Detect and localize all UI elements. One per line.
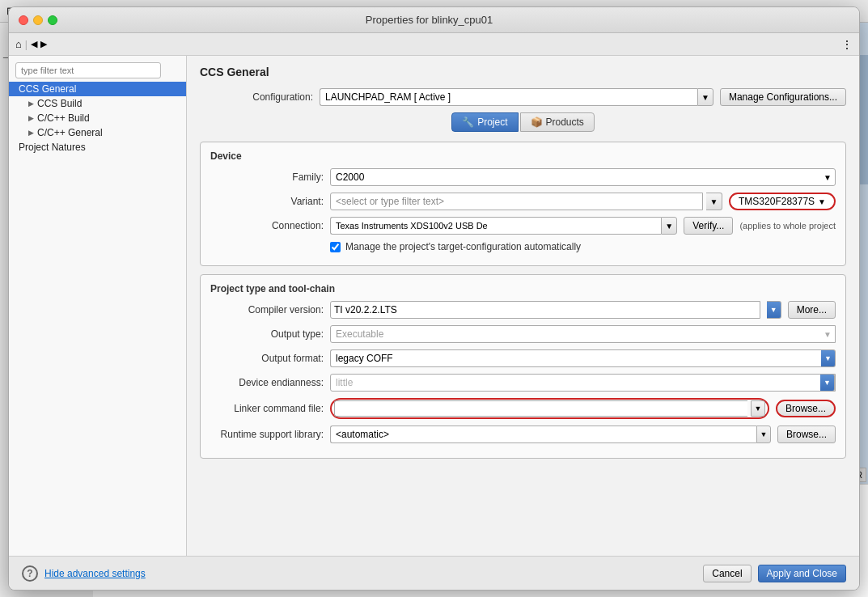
toolchain-section-title: Project type and tool-chain [210,283,836,294]
products-tab-icon: 📦 [531,116,543,128]
verify-button[interactable]: Verify... [684,217,733,235]
dialog-toolbar-sep: | [25,39,28,50]
configuration-row: Configuration: LAUNCHPAD_RAM [ Active ] … [200,88,846,106]
device-endianness-value[interactable]: little ▼ [330,374,836,392]
apply-close-button[interactable]: Apply and Close [758,565,846,582]
variant-filter-btn[interactable]: ▼ [706,193,722,210]
filter-input[interactable] [15,62,161,78]
connection-label: Connection: [210,220,324,231]
family-dropdown-arrow: ▼ [824,173,832,182]
runtime-field: <automatic> ▼ [330,426,771,443]
browse1-button[interactable]: Browse... [776,400,836,417]
tab-products[interactable]: 📦 Products [520,112,595,132]
manage-config-label: Manage the project's target-configuratio… [345,241,581,252]
manage-config-checkbox[interactable] [330,242,341,252]
variant-value: TMS320F28377S ▼ [729,193,836,210]
dialog-toolbar-back[interactable]: ◀ [31,39,37,49]
dialog-toolbar-fwd[interactable]: ▶ [40,39,47,49]
ccs-general-label: CCS General [19,83,76,95]
footer-right: Cancel Apply and Close [703,565,846,582]
family-row: Family: C2000 ▼ [210,168,836,186]
family-value: C2000 ▼ [330,168,836,186]
project-tab-icon: 🔧 [462,116,474,128]
configuration-dropdown-btn[interactable]: ▼ [697,88,713,106]
connection-row: Connection: Texas Instruments XDS100v2 U… [210,217,836,235]
output-type-label: Output type: [210,328,324,340]
toolchain-section: Project type and tool-chain Compiler ver… [200,274,846,459]
linker-value[interactable] [334,400,747,417]
output-format-row: Output format: legacy COFF ▼ [210,349,836,367]
dialog-toolbar: ⌂ | ◀ ▶ ⋮ [9,33,859,56]
dialog-toolbar-more[interactable]: ⋮ [841,38,853,51]
dialog-footer: ? Hide advanced settings Cancel Apply an… [9,556,859,590]
traffic-lights [19,15,57,25]
project-natures-label: Project Natures [19,142,86,153]
endianness-arrow[interactable]: ▼ [820,374,835,392]
section-title: CCS General [200,66,846,78]
variant-filter[interactable]: <select or type filter text> [330,193,703,210]
cpp-build-label: C/C++ Build [37,112,90,124]
ccs-build-label: CCS Build [37,98,82,109]
output-format-field: legacy COFF ▼ [330,349,836,367]
arrow-icon-2: ▶ [28,114,34,122]
tree-item-ccs-general[interactable]: CCS General [9,82,186,96]
tree-item-cpp-build[interactable]: ▶ C/C++ Build [9,111,186,125]
output-type-value[interactable]: Executable ▼ [330,325,836,343]
device-section: Device Family: C2000 ▼ Variant: <select … [200,142,846,266]
connection-value: Texas Instruments XDS100v2 USB De [330,217,661,235]
close-button[interactable] [19,15,28,25]
runtime-label: Runtime support library: [210,429,324,440]
configuration-dropdown[interactable]: LAUNCHPAD_RAM [ Active ] ▼ [320,88,713,106]
dialog-titlebar: Properties for blinky_cpu01 [9,7,859,33]
dialog-body: CCS General ▶ CCS Build ▶ C/C++ Build ▶ … [9,56,859,556]
tree-item-project-natures[interactable]: Project Natures [9,140,186,155]
output-format-arrow[interactable]: ▼ [821,349,836,367]
output-type-row: Output type: Executable ▼ [210,325,836,343]
connection-field: Texas Instruments XDS100v2 USB De ▼ [330,217,677,235]
compiler-dropdown-arrow[interactable]: ▼ [767,301,781,319]
variant-row: Variant: <select or type filter text> ▼ … [210,193,836,210]
output-format-label: Output format: [210,353,324,364]
arrow-icon-3: ▶ [28,129,34,137]
connection-dropdown-btn[interactable]: ▼ [661,217,677,235]
cancel-button[interactable]: Cancel [703,565,751,582]
more-button[interactable]: More... [788,301,836,319]
runtime-dropdown-btn[interactable]: ▼ [756,426,771,443]
compiler-field: TI v20.2.2.LTS ▼ [330,301,781,319]
manage-configurations-button[interactable]: Manage Configurations... [720,88,846,106]
configuration-value: LAUNCHPAD_RAM [ Active ] [320,88,697,106]
output-format-value[interactable]: legacy COFF [330,349,821,367]
dialog-title: Properties for blinky_cpu01 [57,14,801,26]
tabs-bar: 🔧 Project 📦 Products [200,112,846,132]
maximize-button[interactable] [48,15,57,25]
tree-item-cpp-general[interactable]: ▶ C/C++ General [9,125,186,140]
compiler-label: Compiler version: [210,304,324,315]
checkbox-row: Manage the project's target-configuratio… [330,241,836,252]
variant-value-arrow: ▼ [818,197,826,206]
runtime-row: Runtime support library: <automatic> ▼ B… [210,426,836,443]
device-endianness-label: Device endianness: [210,377,324,388]
linker-dropdown-btn[interactable]: ▼ [751,400,765,417]
output-type-arrow: ▼ [824,330,832,339]
configuration-label: Configuration: [200,91,313,103]
browse2-button[interactable]: Browse... [777,426,836,443]
tab-project[interactable]: 🔧 Project [451,112,518,132]
compiler-value[interactable]: TI v20.2.2.LTS [330,301,760,319]
dialog-toolbar-home[interactable]: ⌂ [15,38,22,50]
products-tab-label: Products [546,116,584,128]
family-label: Family: [210,171,324,183]
footer-left: ? Hide advanced settings [22,565,146,582]
hide-advanced-link[interactable]: Hide advanced settings [44,568,146,579]
device-endianness-row: Device endianness: little ▼ [210,374,836,392]
compiler-row: Compiler version: TI v20.2.2.LTS ▼ More.… [210,301,836,319]
variant-field: <select or type filter text> ▼ [330,193,722,210]
help-icon[interactable]: ? [22,565,38,582]
linker-row-highlight: ▼ [330,398,769,419]
minimize-button[interactable] [33,15,43,25]
runtime-value[interactable]: <automatic> [330,426,756,443]
project-tab-label: Project [477,116,507,128]
arrow-icon-1: ▶ [28,100,34,108]
device-section-title: Device [210,150,836,162]
tree-item-ccs-build[interactable]: ▶ CCS Build [9,96,186,111]
linker-row: Linker command file: ▼ Browse... [210,398,836,419]
